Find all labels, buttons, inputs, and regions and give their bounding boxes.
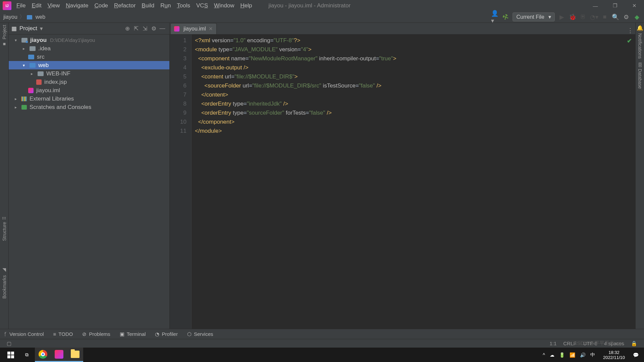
- search-icon[interactable]: 🔍: [612, 13, 619, 21]
- project-panel-title[interactable]: Project: [19, 25, 37, 32]
- windows-taskbar: ⧉ ^ ☁ 🔋 📶 🔊 中 18:322022/11/10 💬: [0, 348, 644, 362]
- tray-ime-icon[interactable]: 中: [590, 352, 595, 358]
- tool-notifications[interactable]: Notifications: [637, 31, 643, 61]
- collapse-all-icon[interactable]: ⇲: [141, 24, 149, 33]
- tree-idea[interactable]: .idea: [9, 44, 169, 53]
- breadcrumb-root[interactable]: jiayou: [3, 14, 17, 20]
- menu-tools[interactable]: Tools: [174, 2, 193, 9]
- menu-edit[interactable]: Edit: [29, 2, 44, 9]
- tree-webinf[interactable]: WEB-INF: [9, 69, 169, 78]
- readonly-lock-icon[interactable]: 🔒: [628, 341, 641, 347]
- taskbar-intellij[interactable]: [51, 348, 67, 362]
- tray-wifi-icon[interactable]: 📶: [570, 352, 575, 358]
- tray-onedrive-icon[interactable]: ☁: [550, 352, 554, 358]
- menu-code[interactable]: Code: [91, 2, 111, 9]
- line-separator[interactable]: CRLF: [560, 341, 580, 346]
- tree-web[interactable]: web: [9, 61, 169, 69]
- folder-icon: [27, 15, 32, 19]
- folder-icon: [30, 46, 36, 51]
- chevron-down-icon[interactable]: ▾: [40, 25, 43, 32]
- menu-build[interactable]: Build: [139, 2, 157, 9]
- minimize-button[interactable]: —: [586, 0, 605, 11]
- tool-problems[interactable]: ⊘Problems: [82, 331, 110, 337]
- tree-root[interactable]: jiayouD:\IDEA\day1\jiayou: [9, 36, 169, 44]
- notifications-icon[interactable]: 🔔: [637, 25, 643, 31]
- editor-tabs: jiayou.iml ✕ ⋮: [170, 23, 635, 35]
- menu-run[interactable]: Run: [157, 2, 174, 9]
- menu-vcs[interactable]: VCS: [193, 2, 211, 9]
- indent-info[interactable]: 4 spaces: [601, 341, 628, 346]
- project-tool-window: ▦ Project ▾ ⊕ ⇱ ⇲ ⚙ — jiayouD:\IDEA\day1…: [9, 23, 170, 329]
- tool-bookmarks[interactable]: Bookmarks◣: [2, 268, 7, 299]
- debug-button[interactable]: 🐞: [569, 13, 576, 21]
- tool-project[interactable]: ■Project: [2, 25, 7, 47]
- navigation-bar: jiayou 〉 web 👤▾ ⚒ Current File ▾ ▶ 🐞 ⛨ ◔…: [0, 11, 644, 23]
- taskbar-chrome[interactable]: [35, 348, 51, 362]
- tree-iml[interactable]: jiayou.iml: [9, 86, 169, 95]
- folder-icon: [28, 55, 34, 59]
- analysis-ok-icon[interactable]: ✔: [627, 37, 632, 46]
- taskbar-clock[interactable]: 18:322022/11/10: [600, 350, 628, 360]
- close-button[interactable]: ✕: [625, 0, 644, 11]
- file-encoding[interactable]: UTF-8: [580, 341, 601, 346]
- start-button[interactable]: [3, 348, 19, 362]
- taskbar-explorer[interactable]: [67, 348, 83, 362]
- editor-area: jiayou.iml ✕ ⋮ 123 456 789 1011 <?xml ve…: [170, 23, 635, 329]
- status-panel-icon[interactable]: ▢: [3, 341, 15, 347]
- menu-refactor[interactable]: Refactor: [111, 2, 139, 9]
- hide-panel-icon[interactable]: —: [158, 24, 167, 33]
- app-logo-icon: IJ: [3, 1, 11, 10]
- expand-all-icon[interactable]: ⇱: [132, 24, 141, 33]
- task-view-button[interactable]: ⧉: [19, 348, 35, 362]
- settings-icon[interactable]: ⚙: [623, 13, 630, 21]
- tool-services[interactable]: ⬡Services: [187, 331, 213, 337]
- tab-more-icon[interactable]: ⋮: [625, 27, 635, 34]
- status-bar: ▢ 1:1 CRLF UTF-8 4 spaces 🔒: [0, 339, 644, 348]
- locate-icon[interactable]: ⊕: [123, 24, 132, 33]
- caret-position[interactable]: 1:1: [546, 341, 560, 346]
- tool-structure[interactable]: Structure⠿: [2, 217, 7, 241]
- window-title: jiayou - jiayou.iml - Administrator: [255, 2, 586, 9]
- tray-notifications-icon[interactable]: 💬: [633, 352, 639, 358]
- tray-chevron-icon[interactable]: ^: [543, 352, 545, 358]
- profile-button[interactable]: ◔▾: [590, 13, 598, 21]
- tree-external-libs[interactable]: External Libraries: [9, 95, 169, 103]
- menu-view[interactable]: View: [45, 2, 63, 9]
- plugin-icon[interactable]: ◆: [633, 13, 641, 21]
- tree-indexjsp[interactable]: index.jsp: [9, 78, 169, 86]
- menu-navigate[interactable]: Navigate: [63, 2, 91, 9]
- menu-file[interactable]: File: [13, 2, 29, 9]
- tree-scratches[interactable]: Scratches and Consoles: [9, 103, 169, 111]
- project-tree: jiayouD:\IDEA\day1\jiayou .idea src web …: [9, 35, 169, 113]
- user-add-icon[interactable]: 👤▾: [491, 13, 498, 21]
- tray-battery-icon[interactable]: 🔋: [559, 352, 565, 358]
- tool-version-control[interactable]: ᚶVersion Control: [4, 331, 44, 337]
- run-config-selector[interactable]: Current File ▾: [513, 12, 555, 21]
- stop-button[interactable]: ■: [601, 13, 608, 21]
- tool-profiler[interactable]: ◔Profiler: [155, 331, 178, 337]
- build-icon[interactable]: ⚒: [501, 12, 511, 22]
- code-content[interactable]: <?xml version="1.0" encoding="UTF-8"?> <…: [192, 35, 635, 329]
- run-button[interactable]: ▶: [558, 13, 566, 21]
- tool-todo[interactable]: ≡TODO: [53, 331, 73, 337]
- folder-icon: [38, 71, 44, 76]
- tool-database[interactable]: 🗄 Database: [637, 61, 643, 91]
- maximize-button[interactable]: ❐: [605, 0, 625, 11]
- tray-volume-icon[interactable]: 🔊: [580, 352, 586, 358]
- tree-src[interactable]: src: [9, 53, 169, 61]
- tab-jiayou-iml[interactable]: jiayou.iml ✕: [170, 23, 217, 34]
- code-editor[interactable]: 123 456 789 1011 <?xml version="1.0" enc…: [170, 35, 635, 329]
- left-tool-strip: ■Project Structure⠿ Bookmarks◣: [0, 23, 9, 329]
- iml-file-icon: [174, 26, 179, 32]
- title-bar: IJ File Edit View Navigate Code Refactor…: [0, 0, 644, 11]
- menu-window[interactable]: Window: [211, 2, 237, 9]
- breadcrumb-web[interactable]: web: [36, 14, 45, 20]
- system-tray[interactable]: ^ ☁ 🔋 📶 🔊 中 18:322022/11/10 💬: [543, 350, 641, 360]
- close-tab-icon[interactable]: ✕: [209, 26, 213, 32]
- tool-terminal[interactable]: ▣Terminal: [120, 331, 146, 337]
- menu-help[interactable]: Help: [237, 2, 255, 9]
- bottom-tools: ᚶVersion Control ≡TODO ⊘Problems ▣Termin…: [0, 329, 644, 339]
- settings-gear-icon[interactable]: ⚙: [149, 24, 158, 33]
- project-panel-icon: ▦: [11, 25, 17, 32]
- coverage-button[interactable]: ⛨: [580, 13, 587, 21]
